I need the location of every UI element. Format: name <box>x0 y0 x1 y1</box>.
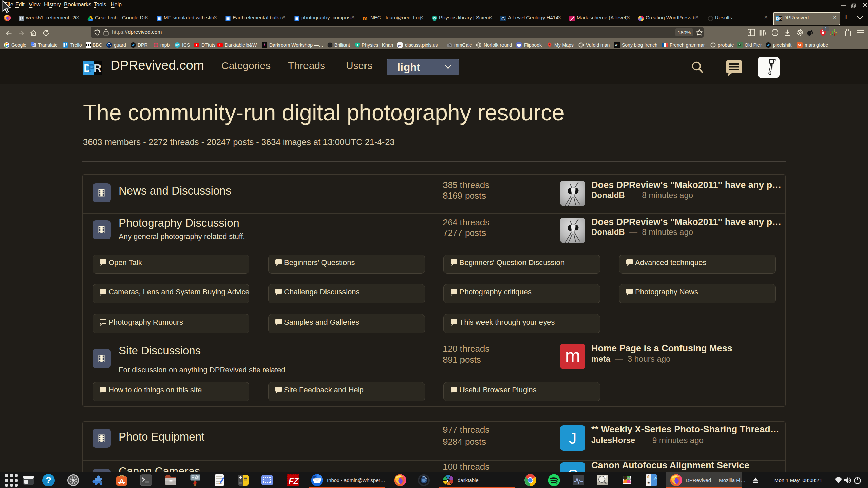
svg-text:G: G <box>32 43 34 46</box>
svg-text:M: M <box>798 43 801 47</box>
svg-text:R: R <box>779 16 782 21</box>
svg-text:A: A <box>119 477 124 486</box>
svg-text:ICS: ICS <box>175 44 179 46</box>
svg-text:ش: ش <box>653 476 657 480</box>
svg-text:R: R <box>94 62 101 74</box>
svg-text:?: ? <box>46 475 51 485</box>
svg-text:α: α <box>615 43 618 47</box>
svg-text:px: px <box>398 44 402 47</box>
svg-text:ö: ö <box>647 475 649 479</box>
svg-text:G: G <box>107 43 111 47</box>
svg-text:FZ: FZ <box>289 476 299 485</box>
svg-text:C: C <box>501 16 505 21</box>
svg-text:♣: ♣ <box>647 480 650 485</box>
svg-text:m: m <box>363 16 367 21</box>
